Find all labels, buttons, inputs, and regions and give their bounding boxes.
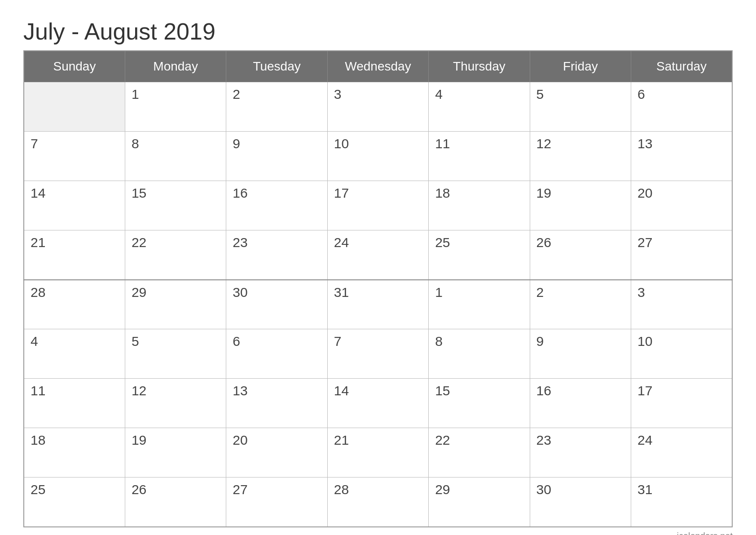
- calendar-cell: 23: [226, 230, 327, 280]
- calendar-cell: 20: [226, 428, 327, 478]
- calendar-cell: 19: [530, 181, 631, 230]
- calendar-cell: 10: [327, 132, 428, 181]
- calendar-cell: 24: [327, 230, 428, 280]
- calendar-cell: 24: [631, 428, 732, 478]
- days-header-row: SundayMondayTuesdayWednesdayThursdayFrid…: [24, 51, 732, 82]
- calendar-cell: 15: [125, 181, 226, 230]
- calendar-cell: 26: [530, 230, 631, 280]
- day-header-friday: Friday: [530, 51, 631, 82]
- calendar-week-row: 28293031123: [24, 280, 732, 329]
- calendar-cell: 25: [429, 230, 530, 280]
- calendar-cell: 22: [125, 230, 226, 280]
- day-header-monday: Monday: [125, 51, 226, 82]
- day-header-tuesday: Tuesday: [226, 51, 327, 82]
- calendar-week-row: 21222324252627: [24, 230, 732, 280]
- day-header-wednesday: Wednesday: [327, 51, 428, 82]
- calendar-cell: 15: [429, 379, 530, 428]
- calendar-cell: 30: [530, 478, 631, 527]
- calendar-cell: 27: [226, 478, 327, 527]
- calendar-cell: 16: [530, 379, 631, 428]
- calendar-week-row: 78910111213: [24, 132, 732, 181]
- calendar-cell: 13: [226, 379, 327, 428]
- calendar-cell: 22: [429, 428, 530, 478]
- calendar-cell: 1: [429, 280, 530, 329]
- calendar-cell: 17: [631, 379, 732, 428]
- calendar-cell: 29: [125, 280, 226, 329]
- calendar-cell: 12: [530, 132, 631, 181]
- calendar-cell: 5: [125, 329, 226, 379]
- calendar-week-row: 18192021222324: [24, 428, 732, 478]
- calendar-cell: 11: [429, 132, 530, 181]
- calendar-cell: 9: [530, 329, 631, 379]
- calendar-cell: [24, 82, 125, 132]
- calendar-cell: 2: [226, 82, 327, 132]
- calendar-cell: 3: [631, 280, 732, 329]
- calendar-cell: 12: [125, 379, 226, 428]
- calendar-cell: 8: [429, 329, 530, 379]
- calendar-cell: 31: [327, 280, 428, 329]
- calendar-cell: 25: [24, 478, 125, 527]
- calendar-cell: 14: [24, 181, 125, 230]
- calendar-cell: 18: [429, 181, 530, 230]
- day-header-thursday: Thursday: [429, 51, 530, 82]
- calendar-cell: 29: [429, 478, 530, 527]
- calendar-cell: 4: [24, 329, 125, 379]
- calendar-cell: 7: [327, 329, 428, 379]
- calendar-cell: 1: [125, 82, 226, 132]
- calendar-cell: 28: [327, 478, 428, 527]
- footer-text: icalendars.net: [23, 531, 733, 535]
- calendar-cell: 23: [530, 428, 631, 478]
- calendar-cell: 4: [429, 82, 530, 132]
- calendar-week-row: 11121314151617: [24, 379, 732, 428]
- calendar-cell: 8: [125, 132, 226, 181]
- calendar-cell: 5: [530, 82, 631, 132]
- page-container: July - August 2019 SundayMondayTuesdayWe…: [23, 18, 733, 535]
- calendar-cell: 9: [226, 132, 327, 181]
- calendar-cell: 31: [631, 478, 732, 527]
- calendar-week-row: 123456: [24, 82, 732, 132]
- calendar-cell: 18: [24, 428, 125, 478]
- calendar-cell: 17: [327, 181, 428, 230]
- calendar-cell: 14: [327, 379, 428, 428]
- calendar-cell: 6: [226, 329, 327, 379]
- calendar-cell: 19: [125, 428, 226, 478]
- calendar-cell: 21: [24, 230, 125, 280]
- day-header-saturday: Saturday: [631, 51, 732, 82]
- calendar-cell: 2: [530, 280, 631, 329]
- calendar-week-row: 14151617181920: [24, 181, 732, 230]
- calendar-cell: 30: [226, 280, 327, 329]
- calendar-cell: 6: [631, 82, 732, 132]
- calendar-cell: 20: [631, 181, 732, 230]
- calendar-cell: 21: [327, 428, 428, 478]
- calendar-cell: 7: [24, 132, 125, 181]
- calendar-cell: 3: [327, 82, 428, 132]
- calendar-cell: 26: [125, 478, 226, 527]
- calendar-cell: 16: [226, 181, 327, 230]
- calendar-cell: 13: [631, 132, 732, 181]
- calendar-table: SundayMondayTuesdayWednesdayThursdayFrid…: [23, 50, 733, 527]
- calendar-title: July - August 2019: [23, 18, 733, 45]
- day-header-sunday: Sunday: [24, 51, 125, 82]
- calendar-cell: 27: [631, 230, 732, 280]
- calendar-cell: 11: [24, 379, 125, 428]
- calendar-week-row: 25262728293031: [24, 478, 732, 527]
- calendar-cell: 10: [631, 329, 732, 379]
- calendar-week-row: 45678910: [24, 329, 732, 379]
- calendar-cell: 28: [24, 280, 125, 329]
